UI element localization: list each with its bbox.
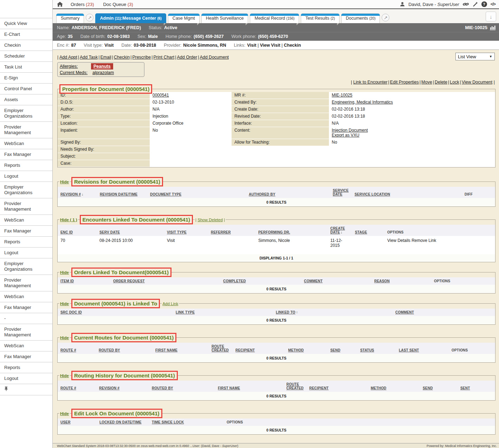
sidebar-item-employer-organizations[interactable]: Employer Organizations: [0, 105, 52, 122]
sidebar-item-provider-management[interactable]: Provider Management: [0, 198, 52, 215]
wand-icon[interactable]: [472, 2, 478, 7]
hide-encounters-link[interactable]: Hide ( 1 ): [59, 217, 78, 222]
hide-routing-history-link[interactable]: Hide: [59, 373, 70, 378]
sidebar-item-webscan[interactable]: WebScan: [0, 138, 52, 149]
nav-orders[interactable]: Orders (23): [71, 2, 94, 7]
col-referrer[interactable]: REFERRER: [208, 225, 255, 236]
external-link-icon[interactable]: ↗: [382, 14, 389, 21]
tab-medical-record[interactable]: Medical Record (156): [250, 13, 299, 23]
download-button[interactable]: ↓: [486, 12, 496, 21]
col-recipient[interactable]: RECIPIENT: [233, 343, 285, 354]
sidebar-item-reports[interactable]: Reports: [0, 160, 52, 171]
email-link[interactable]: Email: [98, 55, 111, 60]
allergies-link[interactable]: Allergies:: [60, 64, 78, 69]
col-time-since-lock[interactable]: TIME SINCE LOCK: [149, 419, 224, 426]
view-document-link[interactable]: View Document: [459, 80, 493, 85]
col-sent[interactable]: SENT: [458, 381, 495, 392]
col-method[interactable]: METHOD: [368, 381, 420, 392]
export-as-vxu-link[interactable]: Export as VXU: [332, 133, 359, 138]
bar-chart-icon[interactable]: [490, 25, 495, 30]
col-routed-by[interactable]: ROUTED BY: [149, 381, 215, 392]
sidebar-item-provider-management[interactable]: Provider Management: [0, 275, 52, 291]
view-details-link[interactable]: View Details: [387, 238, 410, 243]
add-order-link[interactable]: Add Order: [174, 55, 197, 60]
col-revision-datetime[interactable]: REVISION DATE/TIME: [97, 187, 147, 198]
col-reason[interactable]: REASON: [371, 277, 431, 285]
sidebar-item-fax-manager[interactable]: Fax Manager: [0, 351, 52, 362]
col-order-request[interactable]: ORDER REQUEST: [110, 277, 220, 285]
hide-orders-link[interactable]: Hide: [59, 270, 70, 275]
sidebar-item-e-chart[interactable]: E-Chart: [0, 29, 52, 40]
col-comment[interactable]: COMMENT: [301, 277, 371, 285]
code-icon[interactable]: </>: [491, 2, 495, 7]
add-appt-link[interactable]: Add Appt: [59, 55, 77, 60]
nav-doc-queue[interactable]: Doc Queue (3): [103, 2, 133, 7]
sidebar-item-scheduler[interactable]: Scheduler: [0, 51, 52, 62]
col-stage[interactable]: STAGE: [352, 225, 384, 236]
col-status[interactable]: STATUS: [357, 343, 396, 354]
sidebar-item-reports[interactable]: Reports: [0, 362, 52, 373]
sidebar-item-webscan[interactable]: WebScan: [0, 291, 52, 302]
sidebar-item-control-panel[interactable]: Control Panel: [0, 84, 52, 94]
print-chart-link[interactable]: Print Chart: [151, 55, 174, 60]
col-completed[interactable]: COMPLETED: [220, 277, 301, 285]
col-first-name[interactable]: FIRST NAME: [153, 343, 209, 354]
col-recipient[interactable]: RECIPIENT: [306, 381, 368, 392]
move-link[interactable]: Move: [419, 80, 432, 85]
enc-link-visit[interactable]: Visit: [247, 43, 256, 48]
tab-health-surveillance[interactable]: Health Surveillance: [201, 13, 248, 23]
col-comment[interactable]: COMMENT: [393, 309, 495, 316]
col-send[interactable]: SEND: [420, 381, 458, 392]
sidebar-item-webscan[interactable]: WebScan: [0, 215, 52, 226]
col-service-location[interactable]: SERVICE LOCATION: [352, 187, 462, 198]
sidebar-item-assets[interactable]: Assets: [0, 94, 52, 105]
sidebar-item-reports[interactable]: Reports: [0, 237, 52, 248]
sidebar-item-fax-manager[interactable]: Fax Manager: [0, 302, 52, 313]
link-to-encounter-link[interactable]: Link to Encounter: [353, 80, 387, 85]
sidebar-item-fax-manager[interactable]: Fax Manager: [0, 149, 52, 160]
injection-document-link[interactable]: Injection Document: [332, 128, 368, 133]
sidebar-item-e-sign[interactable]: E-Sign: [0, 73, 52, 84]
help-icon[interactable]: ?: [481, 1, 487, 7]
col-revision-num[interactable]: REVISION #↓: [58, 187, 97, 198]
col-authored-by[interactable]: AUTHORED BY: [246, 187, 330, 198]
tab-case-mgmt[interactable]: Case Mgmt: [168, 13, 200, 23]
checkin-link[interactable]: Checkin: [111, 55, 130, 60]
link-icon[interactable]: [463, 2, 469, 7]
sidebar-item-employer-organizations[interactable]: Employer Organizations: [0, 258, 52, 275]
edit-properties-link[interactable]: Edit Properties: [388, 80, 419, 85]
col-service-date[interactable]: SERVICE DATE: [330, 187, 352, 198]
col-linked-to[interactable]: LINKED TO↑: [273, 309, 393, 316]
col-route-created[interactable]: ROUTE CREATED: [209, 343, 233, 354]
sidebar-item-logout[interactable]: Logout: [0, 171, 52, 182]
allergy-peanuts[interactable]: Peanuts: [91, 63, 113, 70]
sidebar-item-webscan[interactable]: WebScan: [0, 341, 52, 351]
sidebar-item-task-list[interactable]: Task List: [0, 62, 52, 73]
tab-test-results[interactable]: Test Results (2): [301, 13, 339, 23]
col-link-type[interactable]: LINK TYPE: [173, 309, 273, 316]
col-document-type[interactable]: DOCUMENT TYPE: [147, 187, 246, 198]
prop-created-by-value[interactable]: Engineering, Medical Informatics: [332, 100, 393, 105]
prop-id-value[interactable]: 0000541: [153, 93, 169, 98]
home-icon[interactable]: [57, 2, 63, 7]
remove-link-link[interactable]: Remove Link: [411, 238, 436, 243]
sidebar-pin-toggle[interactable]: [0, 384, 52, 395]
sidebar-item-employer-organizations[interactable]: Employer Organizations: [0, 182, 52, 198]
current-meds-link[interactable]: Current Meds:: [60, 70, 88, 75]
col-locked-on[interactable]: LOCKED ON DATE/TIME: [97, 419, 149, 426]
external-link-icon[interactable]: ↗: [86, 14, 93, 21]
col-src-doc-id[interactable]: SRC DOC ID: [58, 309, 173, 316]
sidebar-item-logout[interactable]: Logout: [0, 248, 52, 258]
hide-linked-to-link[interactable]: Hide: [59, 301, 70, 306]
col-route-num[interactable]: ROUTE #: [58, 381, 96, 392]
col-send[interactable]: SEND: [328, 343, 357, 354]
col-route-created[interactable]: ROUTE CREATED: [284, 381, 306, 392]
enc-link-checkin[interactable]: Checkin: [280, 43, 301, 48]
sidebar-item-fax-manager[interactable]: Fax Manager: [0, 226, 52, 237]
col-first-name[interactable]: FIRST NAME: [215, 381, 284, 392]
enc-link-view-visit[interactable]: View Visit: [256, 43, 280, 48]
col-route-num[interactable]: ROUTE #: [58, 343, 96, 354]
med-alprazolam[interactable]: alprazolam: [91, 70, 115, 76]
sidebar-item-logout[interactable]: Logout: [0, 373, 52, 384]
prop-mr-value[interactable]: MIE-10025: [332, 93, 352, 98]
